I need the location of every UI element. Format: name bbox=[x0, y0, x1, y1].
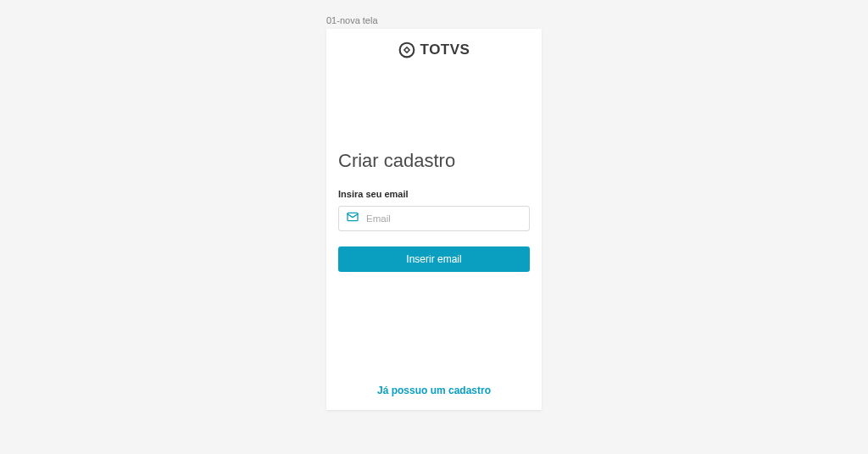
email-input-group[interactable] bbox=[338, 206, 530, 231]
existing-account-link[interactable]: Já possuo um cadastro bbox=[338, 385, 530, 396]
email-input[interactable] bbox=[366, 213, 522, 224]
brand-logo: TOTVS bbox=[338, 42, 530, 58]
totvs-logo-icon bbox=[398, 42, 415, 58]
signup-card: TOTVS Criar cadastro Insira seu email In… bbox=[326, 29, 542, 410]
frame-label: 01-nova tela bbox=[326, 15, 378, 25]
submit-button[interactable]: Inserir email bbox=[338, 246, 530, 272]
email-label: Insira seu email bbox=[338, 189, 530, 199]
brand-name: TOTVS bbox=[420, 42, 470, 58]
mail-icon bbox=[346, 210, 359, 227]
page-title: Criar cadastro bbox=[338, 150, 530, 172]
